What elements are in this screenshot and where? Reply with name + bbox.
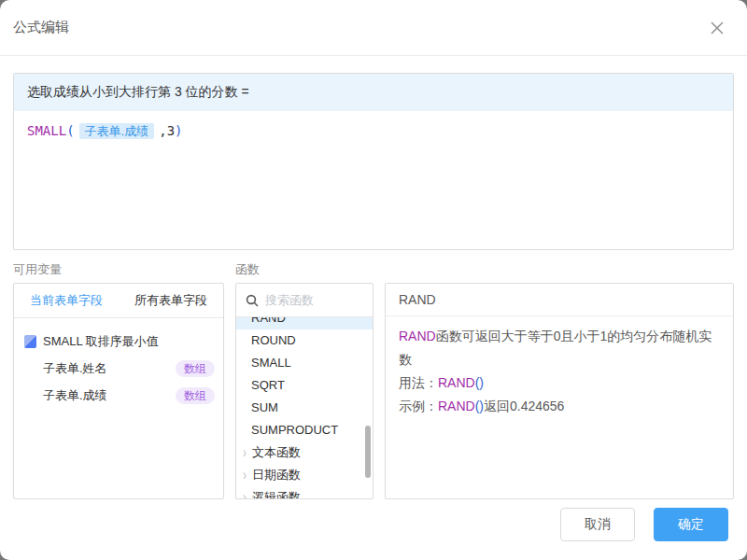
functions-panel: RAND ROUND SMALL SQRT SUM SUMPRODUCT › 文… — [235, 283, 374, 499]
example-function-name: RAND — [438, 399, 475, 413]
formula-close-paren: ) — [175, 123, 182, 138]
example-result: 返回0.424656 — [484, 399, 564, 413]
usage-parens: () — [475, 375, 484, 390]
function-detail-title: RAND — [386, 284, 733, 316]
search-input[interactable] — [265, 293, 359, 307]
variable-field-name: 子表单.姓名 — [43, 360, 107, 377]
formula-field-token[interactable]: 子表单.成绩 — [79, 123, 155, 139]
chevron-right-icon: › — [243, 489, 247, 498]
function-search-bar — [236, 284, 373, 317]
function-group-logic[interactable]: › 逻辑函数 — [236, 486, 373, 498]
array-type-badge: 数组 — [176, 360, 215, 377]
example-label: 示例： — [399, 399, 438, 413]
tab-current-form-fields[interactable]: 当前表单字段 — [14, 284, 119, 317]
form-field-icon — [24, 335, 36, 348]
formula-function-name: SMALL — [27, 123, 66, 138]
function-item[interactable]: SUM — [236, 397, 373, 419]
formula-edit-dialog: 公式编辑 选取成绩从小到大排行第 3 位的分数 = SMALL(子表单.成绩,3… — [0, 0, 747, 560]
function-group-label: 文本函数 — [252, 444, 301, 461]
example-parens: () — [475, 399, 484, 413]
variables-section-label: 可用变量 — [13, 261, 62, 278]
formula-prompt: 选取成绩从小到大排行第 3 位的分数 = — [14, 74, 733, 111]
function-group-label: 逻辑函数 — [252, 489, 301, 498]
function-item-selected[interactable]: RAND — [236, 317, 373, 329]
description-text: 函数可返回大于等于0且小于1的均匀分布随机实数 — [399, 329, 712, 367]
cancel-button[interactable]: 取消 — [560, 508, 635, 541]
description-function-name: RAND — [399, 329, 436, 343]
function-item[interactable]: SUMPRODUCT — [236, 419, 373, 441]
function-item[interactable]: SMALL — [236, 352, 373, 374]
function-item[interactable]: ROUND — [236, 329, 373, 352]
function-usage: 用法：RAND() — [399, 371, 720, 395]
dialog-header: 公式编辑 — [0, 0, 747, 56]
function-group-label: 日期函数 — [252, 467, 301, 483]
function-detail-panel: RAND RAND函数可返回大于等于0且小于1的均匀分布随机实数 用法：RAND… — [385, 283, 734, 499]
variables-list: SMALL 取排序最小值 子表单.姓名 数组 子表单.成绩 数组 — [14, 318, 223, 409]
function-example: 示例：RAND()返回0.424656 — [399, 395, 720, 418]
variable-field-row[interactable]: 子表单.姓名 数组 — [14, 355, 223, 382]
function-detail-body: RAND函数可返回大于等于0且小于1的均匀分布随机实数 用法：RAND() 示例… — [386, 316, 733, 427]
variable-group-row[interactable]: SMALL 取排序最小值 — [14, 328, 223, 355]
function-item[interactable]: SQRT — [236, 374, 373, 397]
chevron-right-icon: › — [243, 467, 247, 483]
tab-all-form-fields[interactable]: 所有表单字段 — [119, 284, 223, 317]
function-description: RAND函数可返回大于等于0且小于1的均匀分布随机实数 — [399, 325, 720, 371]
confirm-button[interactable]: 确定 — [654, 508, 728, 541]
usage-function-name: RAND — [438, 375, 475, 390]
variables-panel: 当前表单字段 所有表单字段 SMALL 取排序最小值 子表单.姓名 数组 子表单… — [13, 283, 224, 499]
function-list: RAND ROUND SMALL SQRT SUM SUMPRODUCT › 文… — [236, 317, 373, 498]
formula-open-paren: ( — [66, 123, 74, 138]
variable-group-label: SMALL 取排序最小值 — [43, 333, 159, 350]
usage-label: 用法： — [399, 375, 438, 390]
scrollbar-thumb[interactable] — [365, 426, 371, 478]
chevron-right-icon: › — [243, 444, 247, 461]
functions-section-label: 函数 — [235, 261, 260, 278]
formula-argument: ,3 — [159, 123, 175, 138]
function-group-text[interactable]: › 文本函数 — [236, 441, 373, 464]
search-icon — [246, 294, 259, 307]
formula-editor: 选取成绩从小到大排行第 3 位的分数 = SMALL(子表单.成绩,3) — [13, 73, 734, 250]
array-type-badge: 数组 — [176, 387, 215, 404]
variable-field-name: 子表单.成绩 — [43, 387, 107, 404]
variable-field-row[interactable]: 子表单.成绩 数组 — [14, 382, 223, 409]
dialog-title: 公式编辑 — [13, 19, 69, 36]
function-group-date[interactable]: › 日期函数 — [236, 464, 373, 486]
close-icon[interactable] — [708, 19, 726, 37]
formula-code-input[interactable]: SMALL(子表单.成绩,3) — [14, 111, 733, 152]
variables-tabs: 当前表单字段 所有表单字段 — [14, 284, 223, 318]
